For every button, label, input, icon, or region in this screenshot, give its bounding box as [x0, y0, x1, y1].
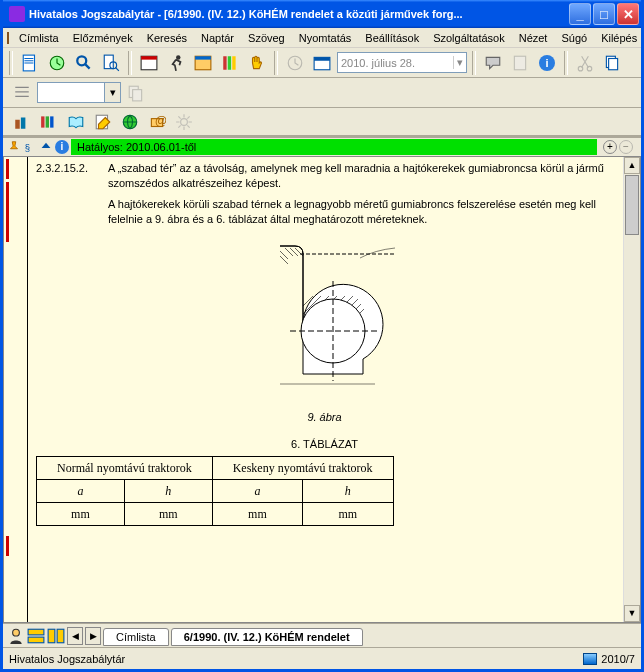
cut-icon[interactable]: [573, 51, 597, 75]
tile-v-icon[interactable]: [47, 627, 65, 645]
status-text: Hivatalos Jogszabálytár: [9, 653, 125, 665]
document-content: 2.3.2.15.2. A „szabad tér” az a távolság…: [28, 157, 623, 622]
scroll-down-button[interactable]: ▼: [624, 605, 640, 622]
validity-text: Hatályos: 2010.06.01-től: [77, 141, 196, 153]
svg-rect-11: [228, 56, 231, 70]
tab-strip: ◀ ▶ Címlista 6/1990. (IV. 12.) KöHÉM ren…: [3, 623, 641, 647]
app-icon: [9, 6, 25, 22]
title-bar: Hivatalos Jogszabálytár - [6/1990. (IV. …: [3, 0, 641, 28]
svg-rect-43: [57, 629, 64, 643]
svg-rect-10: [223, 56, 226, 70]
para-list-icon[interactable]: [10, 81, 34, 105]
svg-point-39: [13, 629, 20, 636]
scroll-up-button[interactable]: ▲: [624, 157, 640, 174]
history-icon[interactable]: [283, 51, 307, 75]
info-icon[interactable]: i: [55, 140, 69, 154]
menu-cimlista[interactable]: Címlista: [13, 30, 65, 46]
shelf-icon[interactable]: [10, 110, 34, 134]
paragraph-2: A hajtókerekek körüli szabad térnek a le…: [108, 197, 613, 227]
chat-icon[interactable]: [481, 51, 505, 75]
tab-cimlista[interactable]: Címlista: [103, 628, 169, 646]
svg-point-7: [176, 55, 181, 60]
search-icon[interactable]: [72, 51, 96, 75]
clock-icon[interactable]: [45, 51, 69, 75]
menu-bar: Címlista Előzmények Keresés Naptár Szöve…: [3, 28, 641, 48]
person-icon[interactable]: [7, 627, 25, 645]
zoom-in-icon[interactable]: +: [603, 140, 617, 154]
section-number: 2.3.2.15.2.: [36, 161, 100, 191]
open-book-icon[interactable]: [64, 110, 88, 134]
scroll-thumb[interactable]: [625, 175, 639, 235]
table-title: 6. TÁBLÁZAT: [36, 437, 613, 452]
zoom-out-icon[interactable]: −: [619, 140, 633, 154]
validity-strip: Hatályos: 2010.06.01-től: [71, 139, 597, 155]
svg-rect-22: [133, 89, 142, 100]
copy-section-icon[interactable]: [124, 81, 148, 105]
library-icon[interactable]: [37, 110, 61, 134]
svg-rect-15: [314, 57, 330, 60]
tile-h-icon[interactable]: [27, 627, 45, 645]
tab-next-button[interactable]: ▶: [85, 627, 101, 645]
svg-rect-42: [48, 629, 55, 643]
window-icon[interactable]: [191, 51, 215, 75]
doc-icon[interactable]: [18, 51, 42, 75]
book-icon: [7, 32, 9, 44]
menu-kereses[interactable]: Keresés: [141, 30, 193, 46]
books-icon[interactable]: [218, 51, 242, 75]
gutter: [4, 157, 28, 622]
menu-szolgaltatasok[interactable]: Szolgáltatások: [427, 30, 511, 46]
svg-rect-40: [28, 629, 44, 635]
svg-rect-12: [232, 56, 235, 70]
status-bar: Hivatalos Jogszabálytár 2010/7: [3, 647, 641, 669]
toolbar-2: ▾: [3, 78, 641, 108]
validity-bar: § i Hatályos: 2010.06.01-től + −: [3, 138, 641, 156]
minimize-button[interactable]: _: [569, 3, 591, 25]
gear-icon[interactable]: [172, 110, 196, 134]
svg-rect-23: [15, 119, 20, 128]
menu-kilepes[interactable]: Kilépés: [595, 30, 643, 46]
svg-rect-9: [195, 56, 211, 59]
close-button[interactable]: ✕: [617, 3, 639, 25]
menu-szoveg[interactable]: Szöveg: [242, 30, 291, 46]
globe-icon[interactable]: [118, 110, 142, 134]
section-combo[interactable]: ▾: [37, 82, 121, 103]
vertical-scrollbar[interactable]: ▲ ▼: [623, 157, 640, 622]
section-icon[interactable]: §: [23, 140, 37, 154]
dropdown-icon[interactable]: ▾: [453, 56, 463, 69]
dropdown-icon[interactable]: ▾: [104, 83, 120, 102]
toolbar-3: @: [3, 108, 641, 138]
date-cal-icon[interactable]: [310, 51, 334, 75]
menu-naptar[interactable]: Naptár: [195, 30, 240, 46]
figure-caption: 9. ábra: [36, 410, 613, 425]
svg-text:@: @: [155, 114, 166, 128]
svg-text:§: §: [25, 142, 30, 153]
svg-point-2: [77, 56, 86, 65]
date-value: 2010. július 28.: [341, 57, 415, 69]
paragraph-1: A „szabad tér” az a távolság, amelynek m…: [108, 161, 613, 191]
hand-icon[interactable]: [245, 51, 269, 75]
document-area: 2.3.2.15.2. A „szabad tér” az a távolság…: [3, 156, 641, 623]
edit-note-icon[interactable]: [91, 110, 115, 134]
menu-nyomtatas[interactable]: Nyomtatás: [293, 30, 358, 46]
svg-point-32: [181, 118, 188, 125]
menu-beallitasok[interactable]: Beállítások: [359, 30, 425, 46]
runner-icon[interactable]: [164, 51, 188, 75]
maximize-button[interactable]: □: [593, 3, 615, 25]
svg-rect-20: [609, 58, 618, 69]
svg-rect-6: [141, 56, 157, 59]
menu-sugo[interactable]: Súgó: [555, 30, 593, 46]
calendar-icon[interactable]: [137, 51, 161, 75]
tab-document[interactable]: 6/1990. (IV. 12.) KöHÉM rendelet: [171, 628, 363, 646]
info-icon[interactable]: i: [535, 51, 559, 75]
menu-elozmenyek[interactable]: Előzmények: [67, 30, 139, 46]
pin-icon[interactable]: [7, 140, 21, 154]
menu-nezet[interactable]: Nézet: [513, 30, 554, 46]
copy-icon[interactable]: [600, 51, 624, 75]
search-doc-icon[interactable]: [99, 51, 123, 75]
note-icon[interactable]: [508, 51, 532, 75]
mail-icon[interactable]: @: [145, 110, 169, 134]
date-field[interactable]: 2010. július 28. ▾: [337, 52, 467, 73]
svg-rect-27: [50, 116, 53, 127]
tab-prev-button[interactable]: ◀: [67, 627, 83, 645]
up-icon[interactable]: [39, 140, 53, 154]
